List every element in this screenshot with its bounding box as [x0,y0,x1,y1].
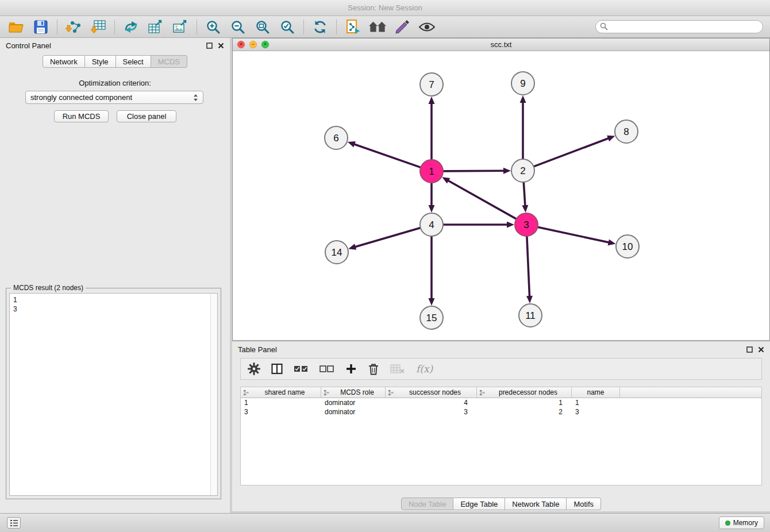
graph-edge-arrowhead[interactable] [526,296,533,303]
run-mcds-button[interactable]: Run MCDS [54,110,109,122]
status-bar: Memory [0,513,770,532]
export-image-icon[interactable] [172,18,189,36]
export-network-icon[interactable] [122,18,140,36]
graph-node-label: 2 [520,165,525,176]
maximize-window-button[interactable]: + [261,41,269,48]
delete-table-icon[interactable] [390,364,405,374]
node-table: shared name MCDS role successor nodes pr… [240,387,762,485]
graph-edge-arrowhead[interactable] [429,97,435,104]
toolbar-search [595,20,763,33]
close-window-button[interactable]: × [237,41,245,48]
graph-edge[interactable] [527,236,530,296]
column-header-shared-name[interactable]: shared name [241,387,321,398]
graph-edge-arrowhead[interactable] [607,136,615,141]
result-scrollbar[interactable] [210,294,217,495]
graph-edge[interactable] [523,182,525,205]
mcds-result-box: MCDS result (2 nodes) 1 3 [6,288,221,499]
graph-edge-arrowhead[interactable] [522,205,528,213]
column-sort-icon [324,390,330,396]
import-table-icon[interactable] [90,18,107,36]
import-network-icon[interactable] [65,18,82,36]
criterion-dropdown[interactable]: strongly connected component [25,91,203,104]
graph-node-label: 8 [623,126,629,137]
first-neighbors-icon[interactable] [369,18,386,36]
tab-network-table[interactable]: Network Table [505,498,567,510]
graph-edge-arrowhead[interactable] [348,244,356,250]
mcds-result-textarea[interactable]: 1 3 [9,293,218,496]
close-panel-button[interactable]: Close panel [117,110,176,122]
show-column-icon[interactable] [271,363,283,375]
zoom-selected-icon[interactable] [279,18,296,36]
control-panel: Control Panel Network Style Select MCDS … [0,38,230,513]
column-header-mcds-role[interactable]: MCDS role [321,387,386,398]
tab-network[interactable]: Network [43,55,85,68]
tab-style[interactable]: Style [85,55,116,68]
tab-mcds[interactable]: MCDS [151,55,187,68]
graph-node-label: 15 [426,313,437,323]
apply-style-icon[interactable] [394,18,411,36]
graph-edge[interactable] [443,171,503,171]
graph-node-label: 6 [333,133,338,144]
network-window: × − + scc.txt 7968124314101511 [232,38,770,341]
graph-node-label: 4 [429,219,434,230]
graph-edge-arrowhead[interactable] [429,298,435,306]
function-builder-icon[interactable]: f(x) [416,363,433,375]
close-panel-icon[interactable] [758,346,764,353]
select-all-icon[interactable] [294,365,309,373]
network-canvas[interactable]: 7968124314101511 [233,51,769,340]
table-settings-gear-icon[interactable] [248,363,260,375]
app-titlebar: Session: New Session [0,0,770,16]
export-table-icon[interactable] [147,18,164,36]
zoom-in-icon[interactable] [205,18,222,36]
table-panel: Table Panel [232,342,770,511]
graph-node-label: 1 [429,166,434,177]
zoom-fit-icon[interactable] [254,18,271,36]
table-row[interactable]: 1 dominator 4 1 1 [241,398,761,407]
column-header-name[interactable]: name [572,387,620,398]
graph-edge-arrowhead[interactable] [348,141,356,147]
network-window-title: scc.txt [491,40,512,49]
column-sort-icon [243,390,249,396]
tab-motifs[interactable]: Motifs [567,498,601,510]
zoom-out-icon[interactable] [229,18,247,36]
table-panel-tabs: Node Table Edge Table Network Table Moti… [232,498,770,510]
graph-edge[interactable] [355,144,421,167]
new-network-from-selection-icon[interactable] [344,18,361,36]
memory-status-dot [725,521,730,526]
float-panel-icon[interactable] [746,346,753,353]
open-session-icon[interactable] [7,18,25,36]
column-header-successor-nodes[interactable]: successor nodes [386,387,477,398]
tab-select[interactable]: Select [116,55,151,68]
show-graphics-details-icon[interactable] [418,18,436,36]
add-column-plus-icon[interactable] [345,363,357,375]
column-header-predecessor-nodes[interactable]: predecessor nodes [477,387,572,398]
graph-edge[interactable] [356,228,421,247]
refresh-icon[interactable] [311,18,329,36]
mcds-result-value: 3 [13,304,214,314]
tab-edge-table[interactable]: Edge Table [453,498,505,510]
control-panel-title: Control Panel [6,41,51,50]
deselect-all-icon[interactable] [319,365,334,373]
graph-edge[interactable] [538,227,609,242]
close-panel-icon[interactable] [218,43,224,49]
graph-edge-arrowhead[interactable] [507,222,514,228]
graph-edge-arrowhead[interactable] [429,205,435,213]
control-panel-tabs: Network Style Select MCDS [0,55,230,68]
search-input[interactable] [595,20,763,33]
float-panel-icon[interactable] [206,43,213,49]
graph-edge[interactable] [449,181,517,219]
save-session-icon[interactable] [32,18,49,36]
table-row[interactable]: 3 dominator 3 2 3 [241,407,761,417]
minimize-window-button[interactable]: − [249,41,257,48]
graph-node-label: 11 [525,310,536,321]
graph-edge-arrowhead[interactable] [520,95,526,103]
graph-node-label: 9 [520,78,525,89]
tab-node-table[interactable]: Node Table [401,498,454,510]
graph-edge[interactable] [534,138,608,167]
graph-edge-arrowhead[interactable] [608,239,616,245]
delete-column-trash-icon[interactable] [368,363,379,375]
status-menu-icon[interactable] [7,517,21,529]
graph-edge-arrowhead[interactable] [503,168,511,174]
memory-button[interactable]: Memory [719,516,764,529]
graph-node-label: 14 [332,247,342,258]
